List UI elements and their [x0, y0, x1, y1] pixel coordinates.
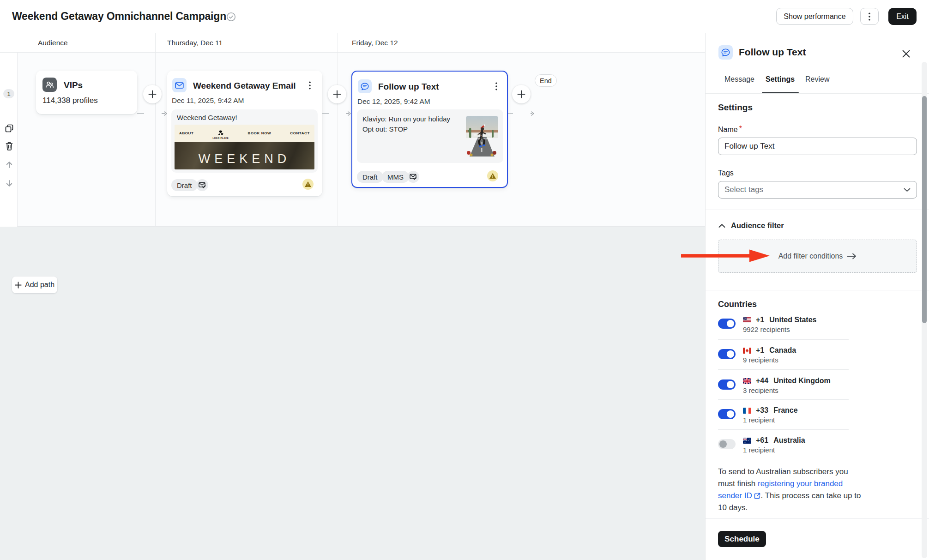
panel-scrollbar-thumb[interactable]: [922, 96, 927, 323]
chat-bubble-icon: [358, 79, 372, 93]
move-path-up-button[interactable]: [4, 160, 14, 169]
recipient-count: 9922 recipients: [743, 325, 790, 333]
status-badge: Draft: [171, 179, 198, 191]
country-row-united-states: +1 United States 9922 recipients: [718, 314, 917, 342]
tab-review[interactable]: Review: [805, 75, 829, 84]
audience-people-icon: [42, 78, 57, 92]
kebab-icon: [309, 81, 311, 90]
name-input[interactable]: [718, 138, 917, 155]
sms-card-menu-button[interactable]: [492, 81, 501, 92]
recipient-count: 1 recipient: [743, 416, 775, 424]
chevron-down-icon: [904, 188, 911, 192]
france-flag-icon: [743, 408, 751, 414]
email-body-preview: ABOUT LOGO PLACE BOOK NOW CONTACT WEEKEN…: [175, 125, 314, 169]
schedule-button[interactable]: Schedule: [718, 531, 766, 547]
column-header-friday: Friday, Dec 12: [352, 39, 398, 47]
channel-badge: MMS: [382, 171, 409, 183]
country-toggle[interactable]: [718, 349, 736, 359]
country-toggle[interactable]: [718, 409, 736, 419]
row-divider: [718, 369, 849, 370]
footer-divider: [706, 518, 929, 519]
topbar-divider: [884, 10, 884, 24]
email-nav-about: ABOUT: [179, 131, 193, 135]
tab-bar-divider: [706, 93, 929, 94]
email-logo: LOGO PLACE: [213, 130, 229, 139]
kebab-icon: [495, 82, 497, 90]
end-node: End: [535, 74, 557, 87]
email-nav-book-now: BOOK NOW: [248, 131, 271, 135]
show-performance-button[interactable]: Show performance: [776, 8, 853, 25]
australia-sender-note: To send to Australian subscribers you mu…: [718, 466, 866, 514]
plus-icon: [517, 90, 525, 98]
row-divider: [718, 399, 849, 400]
sms-message-card[interactable]: Follow up Text Dec 12, 2025, 9:42 AM Kla…: [351, 71, 508, 188]
add-step-button[interactable]: [328, 85, 346, 103]
email-preview: Weekend Getaway! ABOUT LOGO PLACE BOOK N…: [171, 109, 318, 173]
mms-image-thumbnail: 20 Day End Of Fitness Challenge: [466, 116, 498, 157]
close-panel-button[interactable]: [900, 48, 911, 59]
add-step-button[interactable]: [512, 85, 531, 103]
audience-filter-toggle[interactable]: Audience filter: [718, 221, 784, 230]
add-filter-conditions-button[interactable]: Add filter conditions: [718, 240, 917, 273]
svg-text:20 Day End Of: 20 Day End Of: [474, 134, 491, 137]
recipient-count: 1 recipient: [743, 446, 775, 454]
more-options-button[interactable]: [860, 8, 879, 25]
arrow-right-icon: [847, 253, 857, 259]
country-toggle[interactable]: [718, 439, 736, 449]
move-path-down-button[interactable]: [4, 178, 14, 188]
tags-placeholder: Select tags: [724, 185, 763, 194]
warning-icon: [487, 170, 498, 181]
campaign-canvas: Audience Thursday, Dec 11 Friday, Dec 12…: [0, 33, 705, 560]
country-toggle[interactable]: [718, 379, 736, 390]
status-badge: Draft: [357, 171, 383, 183]
add-path-button[interactable]: Add path: [12, 277, 57, 293]
email-card-menu-button[interactable]: [306, 80, 314, 91]
top-bar: Weekend Getaway Omnichannel Campaign Sho…: [0, 0, 929, 33]
duplicate-path-button[interactable]: [4, 123, 14, 133]
column-header-audience: Audience: [38, 39, 68, 47]
plus-icon: [333, 90, 341, 98]
tab-settings[interactable]: Settings: [766, 75, 795, 84]
exit-button[interactable]: Exit: [888, 8, 917, 25]
path-toolbar: 1: [0, 53, 18, 227]
logo-glyph-icon: [217, 130, 224, 137]
check-circle-icon: [226, 12, 236, 22]
canada-flag-icon: [743, 348, 751, 354]
uk-flag-icon: [743, 378, 751, 384]
external-link-icon: [754, 493, 760, 499]
email-message-card[interactable]: Weekend Getaway Email Dec 11, 2025, 9:42…: [167, 71, 322, 196]
campaign-builder-app: Weekend Getaway Omnichannel Campaign Sho…: [0, 0, 929, 560]
email-card-title: Weekend Getaway Email: [193, 81, 296, 91]
email-delivery-icon: [196, 179, 208, 191]
tags-select[interactable]: Select tags: [718, 181, 917, 199]
row-divider: [718, 429, 849, 430]
sms-message-text: Klaviyo: Run on your holiday Opt out: ST…: [362, 114, 458, 134]
section-divider: [706, 290, 929, 290]
tab-message[interactable]: Message: [724, 75, 754, 84]
required-asterisk: *: [739, 125, 742, 132]
warning-icon: [302, 179, 314, 190]
country-toggle[interactable]: [718, 319, 736, 329]
tags-label: Tags: [718, 169, 734, 177]
audience-card-vips[interactable]: VIPs 114,338 profiles: [36, 71, 137, 114]
page-title: Weekend Getaway Omnichannel Campaign: [12, 10, 226, 23]
delete-path-button[interactable]: [4, 141, 14, 151]
countries-heading: Countries: [718, 300, 757, 309]
audience-card-title: VIPs: [64, 80, 83, 90]
message-settings-panel: Follow up Text Message Settings Review S…: [705, 33, 929, 560]
arrow-down-icon: [5, 179, 13, 187]
section-divider: [706, 210, 929, 210]
country-row-canada: +1 Canada 9 recipients: [718, 344, 917, 372]
svg-text:Fitness Challenge: Fitness Challenge: [472, 137, 493, 140]
column-header-band: Audience Thursday, Dec 11 Friday, Dec 12: [0, 33, 705, 53]
country-row-united-kingdom: +44 United Kingdom 3 recipients: [718, 375, 917, 403]
sms-send-datetime: Dec 12, 2025, 9:42 AM: [357, 97, 430, 106]
add-step-button[interactable]: [143, 85, 162, 103]
us-flag-icon: [743, 317, 751, 323]
name-label: Name*: [718, 126, 742, 134]
email-nav-contact: CONTACT: [290, 131, 310, 135]
chat-bubble-icon: [718, 45, 733, 60]
country-row-australia: +61 Australia 1 recipient: [718, 434, 917, 462]
trash-icon: [5, 141, 14, 151]
chevron-up-icon: [718, 223, 725, 228]
